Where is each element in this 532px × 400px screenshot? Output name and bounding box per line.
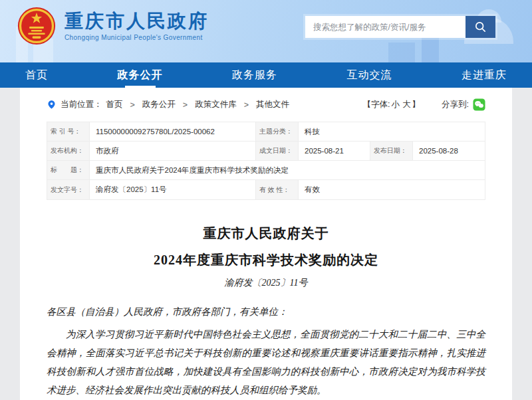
- breadcrumb-prefix: 当前位置：: [61, 99, 102, 110]
- title-label: 标 题：: [47, 161, 90, 179]
- doc-number-value: 渝府发〔2025〕11号: [90, 180, 256, 199]
- national-emblem-icon: [17, 7, 56, 45]
- document-title-line1: 重庆市人民政府关于: [47, 220, 485, 247]
- font-size-suffix: 】: [412, 100, 421, 109]
- table-row: 索 引 号： 11500000009275780L/2025-00062 主题分…: [47, 122, 485, 142]
- font-larger-button[interactable]: 大: [402, 100, 411, 109]
- issuing-agency-label: 发布机构：: [47, 142, 90, 160]
- index-number-label: 索 引 号：: [47, 122, 90, 141]
- validity-label: 有 效 性：: [256, 180, 299, 199]
- nav-item-gov-openness[interactable]: 政务公开: [118, 62, 163, 88]
- nav-item-home[interactable]: 首页: [25, 62, 48, 88]
- breadcrumb-item-home[interactable]: 首页: [106, 99, 123, 110]
- written-date-value: 2025-08-21: [299, 142, 370, 160]
- topic-category-value: 科技: [299, 122, 485, 141]
- topic-category-label: 主题分类：: [256, 122, 299, 141]
- search-button[interactable]: [466, 16, 495, 38]
- validity-value: 有效: [299, 180, 485, 199]
- search-input[interactable]: [305, 16, 466, 38]
- site-search: [305, 16, 495, 38]
- document-title: 重庆市人民政府关于 2024年度重庆市科学技术奖励的决定: [47, 220, 485, 273]
- breadcrumb-toolbar: 当前位置： 首页 > 政务公开 > 政策文件库 > 其他文件 【字体:小大】 分…: [47, 98, 485, 111]
- site-brand[interactable]: 重庆市人民政府 Chongqing Municipal People's Gov…: [17, 7, 209, 45]
- document-title-line2: 2024年度重庆市科学技术奖励的决定: [47, 247, 485, 273]
- content-card: 当前位置： 首页 > 政务公开 > 政策文件库 > 其他文件 【字体:小大】 分…: [20, 88, 512, 400]
- salutation: 各区县（自治县）人民政府，市政府各部门，有关单位：: [47, 302, 485, 321]
- breadcrumb-separator: >: [244, 100, 249, 110]
- doc-number-label: 发文字号：: [47, 180, 90, 199]
- table-row: 标 题： 重庆市人民政府关于2024年度重庆市科学技术奖励的决定: [47, 161, 485, 180]
- share-label: 分享到:: [442, 99, 469, 110]
- font-size-prefix: 【字体:: [363, 100, 390, 109]
- document-metadata-table: 索 引 号： 11500000009275780L/2025-00062 主题分…: [47, 122, 485, 200]
- skyline-decoration: [388, 43, 415, 62]
- body-paragraph: 为深入学习贯彻习近平新时代中国特色社会主义思想，全面贯彻党的二十大和二十届二中、…: [47, 325, 485, 399]
- publish-date-label: 发布日期：: [370, 142, 413, 160]
- page-background: 当前位置： 首页 > 政务公开 > 政策文件库 > 其他文件 【字体:小大】 分…: [0, 88, 532, 400]
- wechat-share-icon[interactable]: [473, 98, 485, 111]
- breadcrumb-separator: >: [183, 100, 188, 110]
- site-title-block: 重庆市人民政府 Chongqing Municipal People's Gov…: [65, 11, 209, 41]
- font-size-control: 【字体:小大】: [363, 99, 420, 110]
- site-title: 重庆市人民政府: [65, 11, 209, 31]
- document-number: 渝府发〔2025〕11号: [47, 277, 485, 289]
- title-value: 重庆市人民政府关于2024年度重庆市科学技术奖励的决定: [90, 161, 485, 179]
- index-number-value: 11500000009275780L/2025-00062: [90, 122, 256, 141]
- publish-date-value: 2025-08-28: [413, 142, 485, 160]
- issuing-agency-value: 市政府: [90, 142, 256, 160]
- breadcrumb: 当前位置： 首页 > 政务公开 > 政策文件库 > 其他文件: [47, 99, 289, 110]
- table-row: 发布机构： 市政府 成文日期： 2025-08-21 发布日期： 2025-08…: [47, 142, 485, 161]
- search-icon: [474, 21, 487, 33]
- nav-item-gov-services[interactable]: 政务服务: [232, 62, 277, 88]
- breadcrumb-item-policy-library[interactable]: 政策文件库: [195, 99, 237, 110]
- table-row: 发文字号： 渝府发〔2025〕11号 有 效 性： 有效: [47, 180, 485, 199]
- main-nav: 首页 政务公开 政务服务 互动交流 走进重庆: [0, 62, 532, 88]
- nav-item-interaction[interactable]: 互动交流: [347, 62, 392, 88]
- document-body: 各区县（自治县）人民政府，市政府各部门，有关单位： 为深入学习贯彻习近平新时代中…: [47, 302, 485, 399]
- breadcrumb-item-gov-openness[interactable]: 政务公开: [142, 99, 176, 110]
- breadcrumb-item-other-documents: 其他文件: [256, 99, 289, 110]
- site-header: 重庆市人民政府 Chongqing Municipal People's Gov…: [0, 0, 532, 62]
- nav-item-about-chongqing[interactable]: 走进重庆: [462, 62, 507, 88]
- breadcrumb-separator: >: [130, 100, 135, 110]
- font-smaller-button[interactable]: 小: [392, 100, 400, 109]
- written-date-label: 成文日期：: [256, 142, 299, 160]
- site-title-english: Chongqing Municipal People's Government: [65, 34, 209, 41]
- page-tools: 【字体:小大】 分享到:: [363, 98, 485, 111]
- location-pin-icon: [47, 100, 57, 110]
